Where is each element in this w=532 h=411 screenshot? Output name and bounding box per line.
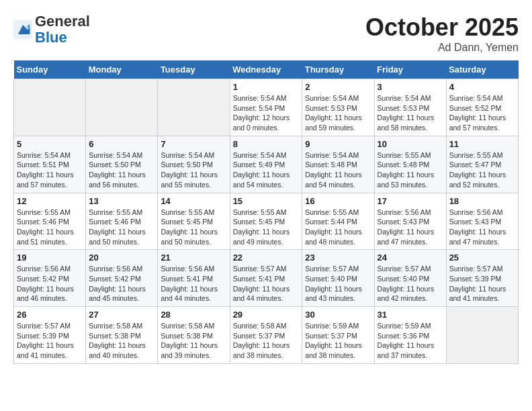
day-number: 22 [233, 253, 300, 263]
calendar-cell: 8Sunrise: 5:54 AM Sunset: 5:49 PM Daylig… [230, 136, 302, 193]
day-number: 24 [378, 253, 443, 263]
day-number: 16 [305, 196, 371, 206]
day-number: 23 [305, 253, 371, 263]
day-info: Sunrise: 5:58 AM Sunset: 5:38 PM Dayligh… [161, 321, 226, 361]
day-info: Sunrise: 5:57 AM Sunset: 5:41 PM Dayligh… [233, 264, 300, 304]
calendar-cell: 24Sunrise: 5:57 AM Sunset: 5:40 PM Dayli… [374, 250, 446, 307]
logo-text: General Blue [35, 13, 90, 46]
day-number: 4 [449, 82, 515, 92]
calendar-cell: 18Sunrise: 5:56 AM Sunset: 5:43 PM Dayli… [446, 193, 518, 250]
calendar-cell: 20Sunrise: 5:56 AM Sunset: 5:42 PM Dayli… [86, 250, 158, 307]
weekday-header: Friday [374, 60, 446, 79]
day-info: Sunrise: 5:57 AM Sunset: 5:40 PM Dayligh… [305, 264, 371, 304]
calendar-table: SundayMondayTuesdayWednesdayThursdayFrid… [13, 60, 519, 364]
logo-general-text: General [35, 13, 90, 30]
day-number: 13 [89, 196, 154, 206]
calendar-week-row: 19Sunrise: 5:56 AM Sunset: 5:42 PM Dayli… [14, 250, 519, 307]
day-info: Sunrise: 5:54 AM Sunset: 5:51 PM Dayligh… [17, 150, 83, 190]
calendar-cell: 28Sunrise: 5:58 AM Sunset: 5:38 PM Dayli… [158, 307, 230, 364]
day-info: Sunrise: 5:58 AM Sunset: 5:37 PM Dayligh… [233, 321, 300, 361]
calendar-week-row: 26Sunrise: 5:57 AM Sunset: 5:39 PM Dayli… [14, 307, 519, 364]
calendar-cell: 4Sunrise: 5:54 AM Sunset: 5:52 PM Daylig… [446, 79, 518, 136]
day-info: Sunrise: 5:54 AM Sunset: 5:50 PM Dayligh… [161, 150, 226, 190]
day-number: 26 [17, 310, 83, 320]
calendar-cell: 9Sunrise: 5:54 AM Sunset: 5:48 PM Daylig… [302, 136, 374, 193]
day-number: 6 [89, 139, 154, 149]
calendar-cell: 29Sunrise: 5:58 AM Sunset: 5:37 PM Dayli… [230, 307, 302, 364]
day-number: 28 [161, 310, 226, 320]
day-info: Sunrise: 5:56 AM Sunset: 5:42 PM Dayligh… [17, 264, 83, 304]
calendar-cell [86, 79, 158, 136]
day-number: 25 [449, 253, 515, 263]
calendar-week-row: 5Sunrise: 5:54 AM Sunset: 5:51 PM Daylig… [14, 136, 519, 193]
day-info: Sunrise: 5:59 AM Sunset: 5:36 PM Dayligh… [378, 321, 443, 361]
calendar-cell: 7Sunrise: 5:54 AM Sunset: 5:50 PM Daylig… [158, 136, 230, 193]
day-number: 2 [305, 82, 371, 92]
calendar-cell: 15Sunrise: 5:55 AM Sunset: 5:45 PM Dayli… [230, 193, 302, 250]
calendar-cell: 12Sunrise: 5:55 AM Sunset: 5:46 PM Dayli… [14, 193, 86, 250]
day-info: Sunrise: 5:54 AM Sunset: 5:53 PM Dayligh… [305, 93, 371, 133]
day-number: 21 [161, 253, 226, 263]
calendar-cell: 17Sunrise: 5:56 AM Sunset: 5:43 PM Dayli… [374, 193, 446, 250]
day-info: Sunrise: 5:59 AM Sunset: 5:37 PM Dayligh… [305, 321, 371, 361]
logo: General Blue [13, 13, 90, 46]
day-info: Sunrise: 5:56 AM Sunset: 5:43 PM Dayligh… [378, 208, 443, 247]
calendar-week-row: 12Sunrise: 5:55 AM Sunset: 5:46 PM Dayli… [14, 193, 519, 250]
calendar-cell: 21Sunrise: 5:56 AM Sunset: 5:41 PM Dayli… [158, 250, 230, 307]
day-number: 5 [17, 139, 83, 149]
page-header: General Blue October 2025 Ad Dann, Yemen [13, 13, 519, 54]
day-info: Sunrise: 5:54 AM Sunset: 5:52 PM Dayligh… [449, 93, 515, 133]
title-block: October 2025 Ad Dann, Yemen [365, 13, 519, 54]
calendar-cell: 14Sunrise: 5:55 AM Sunset: 5:45 PM Dayli… [158, 193, 230, 250]
logo-icon [13, 20, 32, 39]
weekday-header: Thursday [302, 60, 374, 79]
calendar-cell [158, 79, 230, 136]
logo-blue-text: Blue [35, 29, 67, 46]
day-number: 7 [161, 139, 226, 149]
calendar-cell: 11Sunrise: 5:55 AM Sunset: 5:47 PM Dayli… [446, 136, 518, 193]
day-info: Sunrise: 5:56 AM Sunset: 5:43 PM Dayligh… [449, 208, 515, 247]
day-info: Sunrise: 5:55 AM Sunset: 5:47 PM Dayligh… [449, 150, 515, 190]
weekday-header: Tuesday [158, 60, 230, 79]
day-number: 30 [305, 310, 371, 320]
day-info: Sunrise: 5:54 AM Sunset: 5:50 PM Dayligh… [89, 150, 154, 190]
day-info: Sunrise: 5:55 AM Sunset: 5:46 PM Dayligh… [89, 208, 154, 247]
day-number: 19 [17, 253, 83, 263]
day-number: 31 [378, 310, 443, 320]
day-info: Sunrise: 5:54 AM Sunset: 5:49 PM Dayligh… [233, 150, 300, 190]
day-info: Sunrise: 5:56 AM Sunset: 5:41 PM Dayligh… [161, 264, 226, 304]
day-number: 18 [449, 196, 515, 206]
day-info: Sunrise: 5:58 AM Sunset: 5:38 PM Dayligh… [89, 321, 154, 361]
day-info: Sunrise: 5:56 AM Sunset: 5:42 PM Dayligh… [89, 264, 154, 304]
calendar-cell: 19Sunrise: 5:56 AM Sunset: 5:42 PM Dayli… [14, 250, 86, 307]
calendar-cell: 13Sunrise: 5:55 AM Sunset: 5:46 PM Dayli… [86, 193, 158, 250]
calendar-week-row: 1Sunrise: 5:54 AM Sunset: 5:54 PM Daylig… [14, 79, 519, 136]
weekday-header: Sunday [14, 60, 86, 79]
calendar-cell: 3Sunrise: 5:54 AM Sunset: 5:53 PM Daylig… [374, 79, 446, 136]
day-info: Sunrise: 5:57 AM Sunset: 5:40 PM Dayligh… [378, 264, 443, 304]
calendar-cell: 31Sunrise: 5:59 AM Sunset: 5:36 PM Dayli… [374, 307, 446, 364]
calendar-cell: 30Sunrise: 5:59 AM Sunset: 5:37 PM Dayli… [302, 307, 374, 364]
day-info: Sunrise: 5:57 AM Sunset: 5:39 PM Dayligh… [449, 264, 515, 304]
day-info: Sunrise: 5:55 AM Sunset: 5:46 PM Dayligh… [17, 208, 83, 247]
day-info: Sunrise: 5:55 AM Sunset: 5:48 PM Dayligh… [378, 150, 443, 190]
calendar-cell [14, 79, 86, 136]
calendar-cell: 26Sunrise: 5:57 AM Sunset: 5:39 PM Dayli… [14, 307, 86, 364]
calendar-cell: 23Sunrise: 5:57 AM Sunset: 5:40 PM Dayli… [302, 250, 374, 307]
day-number: 12 [17, 196, 83, 206]
calendar-cell: 27Sunrise: 5:58 AM Sunset: 5:38 PM Dayli… [86, 307, 158, 364]
day-number: 15 [233, 196, 300, 206]
day-info: Sunrise: 5:54 AM Sunset: 5:48 PM Dayligh… [305, 150, 371, 190]
weekday-header: Wednesday [230, 60, 302, 79]
calendar-cell: 22Sunrise: 5:57 AM Sunset: 5:41 PM Dayli… [230, 250, 302, 307]
day-number: 29 [233, 310, 300, 320]
calendar-cell: 16Sunrise: 5:55 AM Sunset: 5:44 PM Dayli… [302, 193, 374, 250]
weekday-header: Saturday [446, 60, 518, 79]
calendar-cell: 1Sunrise: 5:54 AM Sunset: 5:54 PM Daylig… [230, 79, 302, 136]
day-number: 1 [233, 82, 300, 92]
calendar-cell: 25Sunrise: 5:57 AM Sunset: 5:39 PM Dayli… [446, 250, 518, 307]
calendar-cell: 6Sunrise: 5:54 AM Sunset: 5:50 PM Daylig… [86, 136, 158, 193]
calendar-cell: 5Sunrise: 5:54 AM Sunset: 5:51 PM Daylig… [14, 136, 86, 193]
day-info: Sunrise: 5:54 AM Sunset: 5:54 PM Dayligh… [233, 93, 300, 133]
calendar-cell: 10Sunrise: 5:55 AM Sunset: 5:48 PM Dayli… [374, 136, 446, 193]
